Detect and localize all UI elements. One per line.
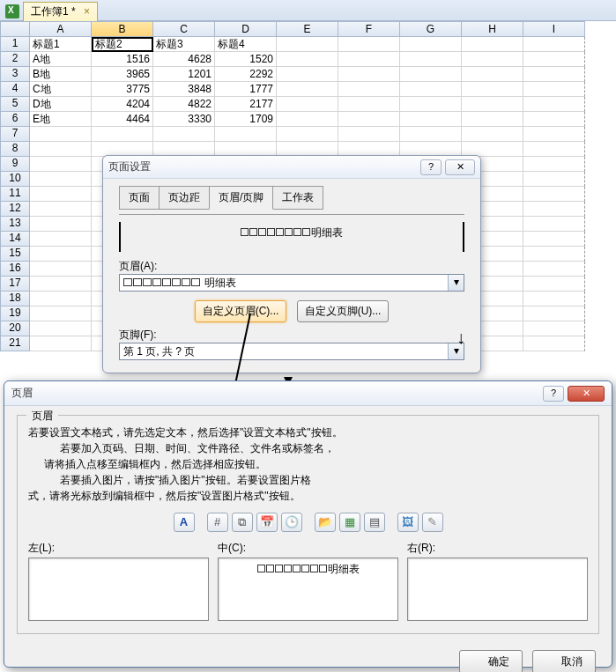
right-section-input[interactable] [407,558,588,621]
cell[interactable] [30,292,92,306]
column-header-H[interactable]: H [462,21,523,37]
row-header[interactable]: 15 [0,247,30,262]
cell[interactable] [523,306,585,321]
custom-header-button[interactable]: 自定义页眉(C)... [195,300,287,322]
cell[interactable]: 4822 [153,97,215,112]
cell[interactable] [30,232,92,247]
help-button[interactable]: ? [420,159,442,175]
header-combo-dropdown[interactable]: ▾ [448,275,464,291]
row-header[interactable]: 12 [0,202,30,217]
file-name-icon[interactable]: ▦ [339,513,360,532]
cell[interactable]: 2177 [215,97,277,112]
cell[interactable]: 1201 [153,67,215,82]
cell[interactable]: C地 [30,82,92,97]
cell[interactable]: 1777 [215,82,277,97]
cell[interactable] [277,82,338,97]
cell[interactable]: 3848 [153,82,215,97]
cell[interactable] [30,127,92,142]
cell[interactable] [30,321,92,336]
cell[interactable]: 1520 [215,52,277,67]
select-all-corner[interactable] [0,21,30,37]
cell[interactable] [338,82,400,97]
tab-0[interactable]: 页面 [119,186,160,210]
cell[interactable]: 标题3 [153,37,215,52]
cell[interactable]: B地 [30,67,92,82]
cell[interactable]: 3775 [92,82,153,97]
cell[interactable] [277,97,338,112]
cell[interactable] [30,247,92,262]
cell[interactable]: 标题1 [30,37,92,52]
footer-combo[interactable]: 第 1 页, 共 ? 页 ▾ ↓ [119,343,464,360]
column-header-I[interactable]: I [523,21,585,37]
cell[interactable] [462,97,523,112]
cell[interactable] [30,217,92,232]
tab-1[interactable]: 页边距 [159,186,210,210]
cell[interactable] [523,292,585,306]
row-header[interactable]: 10 [0,172,30,187]
row-header[interactable]: 7 [0,127,30,142]
close-button[interactable]: ✕ [445,159,475,175]
row-header[interactable]: 20 [0,321,30,336]
row-header[interactable]: 8 [0,142,30,157]
cell[interactable] [523,187,585,202]
workbook-tab-close[interactable]: × [84,5,90,18]
cell[interactable] [523,232,585,247]
cell[interactable] [462,127,523,142]
cell[interactable] [462,37,523,52]
custom-footer-button[interactable]: 自定义页脚(U)... [297,300,390,322]
format-picture-icon[interactable]: ✎ [422,513,443,532]
column-header-G[interactable]: G [400,21,462,37]
cell[interactable] [523,97,585,112]
cell[interactable] [30,336,92,351]
row-header[interactable]: 17 [0,277,30,292]
cell[interactable] [400,67,462,82]
cell[interactable] [277,112,338,127]
format-text-icon[interactable]: A [174,513,195,532]
cell[interactable] [523,247,585,262]
cell[interactable] [400,112,462,127]
cell[interactable]: 4628 [153,52,215,67]
row-header[interactable]: 6 [0,112,30,127]
row-header[interactable]: 21 [0,336,30,351]
column-header-E[interactable]: E [277,21,338,37]
cell[interactable] [523,277,585,292]
tab-2[interactable]: 页眉/页脚 [209,186,273,210]
row-header[interactable]: 18 [0,292,30,306]
cell[interactable]: 2292 [215,67,277,82]
cell[interactable] [277,67,338,82]
cell[interactable] [338,37,400,52]
cell[interactable]: 4204 [92,97,153,112]
cell[interactable] [462,82,523,97]
cell[interactable] [338,67,400,82]
cell[interactable] [523,321,585,336]
column-header-A[interactable]: A [30,21,92,37]
cell[interactable] [338,112,400,127]
insert-picture-icon[interactable]: 🖼 [397,513,419,532]
cell[interactable] [400,82,462,97]
cell[interactable] [30,142,92,157]
cell[interactable] [523,217,585,232]
cell[interactable] [462,67,523,82]
cell[interactable]: D地 [30,97,92,112]
cell[interactable] [400,37,462,52]
date-icon[interactable]: 📅 [256,513,278,532]
cell[interactable]: 标题4 [215,37,277,52]
cell[interactable]: 4464 [92,112,153,127]
cancel-button[interactable]: 取消 [532,650,596,672]
row-header[interactable]: 14 [0,232,30,247]
close-button[interactable]: ✕ [568,386,605,402]
row-header[interactable]: 19 [0,306,30,321]
cell[interactable] [30,277,92,292]
row-header[interactable]: 3 [0,67,30,82]
cell[interactable] [215,127,277,142]
cell[interactable] [338,97,400,112]
cell[interactable]: 1709 [215,112,277,127]
column-header-D[interactable]: D [215,21,277,37]
cell[interactable] [400,127,462,142]
cell[interactable] [523,262,585,277]
cell[interactable] [277,37,338,52]
cell[interactable] [30,187,92,202]
center-section-input[interactable]: 明细表 [218,558,398,621]
cell[interactable] [523,112,585,127]
tab-3[interactable]: 工作表 [272,186,323,210]
